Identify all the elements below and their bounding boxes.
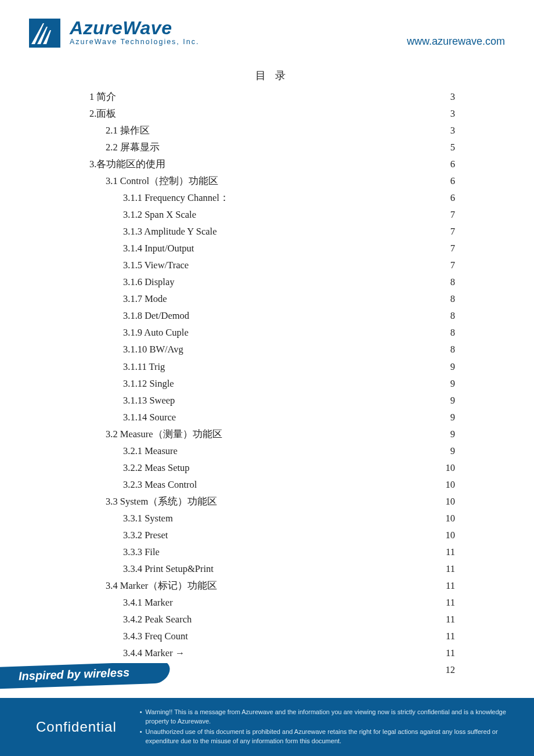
toc-entry-label: 3.1 Control（控制）功能区 [106,172,218,189]
toc-entry[interactable]: 3.3.3 File11 [89,543,455,560]
toc-entry[interactable]: 3.1.4 Input/Output7 [89,240,455,257]
toc-entry-page: 11 [443,628,455,645]
toc-entry[interactable]: 3.3 System（系统）功能区10 [89,493,455,510]
toc-entry[interactable]: 3.1.1 Frequency Channel：6 [89,189,455,206]
toc-entry-label: 3.1.4 Input/Output [123,240,194,257]
toc-entry[interactable]: 3.2 Measure（测量）功能区9 [89,426,455,442]
toc-entry[interactable]: 3.4.3 Freq Count11 [89,628,455,645]
toc-entry-page: 9 [443,392,455,409]
toc-entry-label: 3.3.2 Preset [123,527,168,543]
toc-entry[interactable]: 3.1.14 Source9 [89,409,455,426]
toc-entry-label: 3.3.1 System [123,510,173,527]
toc-entry[interactable]: 2.1 操作区3 [89,122,455,139]
toc-entry-page: 11 [443,611,455,628]
toc-entry-page: 3 [443,105,455,122]
bullet-icon: • [140,728,142,746]
toc-entry-label: 3.1.9 Auto Cuple [123,324,189,341]
toc-entry[interactable]: 3.1.11 Trig9 [89,358,455,375]
brand-logo: AzureWave AzureWave Technologies, Inc. [29,15,199,49]
toc-entry[interactable]: 3.1.13 Sweep9 [89,392,455,409]
toc-entry-label: 3.1.1 Frequency Channel： [123,189,229,206]
toc-entry-label: 3.1.2 Span X Scale [123,206,196,223]
toc-entry-page: 10 [443,476,455,493]
toc-entry[interactable]: 3.1.6 Display8 [89,273,455,290]
toc-entry-label: 3.4.2 Peak Search [123,611,192,628]
toc-entry-page: 8 [443,324,455,341]
toc-entry-label: 3.1.8 Det/Demod [123,307,189,324]
toc-entry-page: 8 [443,290,455,307]
toc-entry[interactable]: 3.2.2 Meas Setup10 [89,459,455,476]
page-header: AzureWave AzureWave Technologies, Inc. w… [29,15,505,49]
toc-entry[interactable]: 3.4 Marker（标记）功能区11 [89,577,455,594]
toc-entry-page: 9 [443,409,455,426]
toc-entry[interactable]: 3.2.1 Measure9 [89,442,455,459]
legal-line-2: • Unauthorized use of this document is p… [140,728,517,746]
toc-entry[interactable]: 3.1.10 BW/Avg8 [89,341,455,358]
footer-band: Confidential • Warning!! This is a messa… [0,698,534,756]
legal-line-1: • Warning!! This is a message from Azure… [140,708,517,726]
toc-entry[interactable]: 3.1.12 Single9 [89,375,455,392]
toc-entry[interactable]: 3.4.4 Marker →11 [89,645,455,661]
toc-entry-label: 3.1.10 BW/Avg [123,341,183,358]
toc-entry-label: 3.3 System（系统）功能区 [106,493,217,510]
toc-entry-page: 10 [443,459,455,476]
toc-entry-page: 6 [443,156,455,172]
toc-entry-label: 3.1.3 Amplitude Y Scale [123,223,217,240]
toc-entry[interactable]: 3.1.2 Span X Scale7 [89,206,455,223]
toc-entry-label: 2.2 屏幕显示 [106,139,160,156]
toc-entry-label: 3.4 Marker（标记）功能区 [106,577,217,594]
toc-entry[interactable]: 3.3.4 Print Setup&Print11 [89,560,455,577]
table-of-contents: 目 录 1 简介32.面板32.1 操作区32.2 屏幕显示53.各功能区的使用… [89,69,455,678]
toc-entry[interactable]: 3.3.2 Preset10 [89,527,455,543]
brand-main-text: AzureWave [70,19,199,37]
toc-entry[interactable]: 2.面板3 [89,105,455,122]
document-page: AzureWave AzureWave Technologies, Inc. w… [0,0,534,756]
toc-entry-page: 11 [443,645,455,661]
brand-text: AzureWave AzureWave Technologies, Inc. [70,19,199,46]
toc-entry-label: 3.各功能区的使用 [89,156,165,172]
toc-entry[interactable]: 3.4.2 Peak Search11 [89,611,455,628]
toc-entry-label: 3.4.3 Freq Count [123,628,188,645]
toc-entry[interactable]: 3.1 Control（控制）功能区6 [89,172,455,189]
toc-entry-label: 3.2.3 Meas Control [123,476,197,493]
toc-title: 目 录 [89,69,455,82]
toc-entry-page: 7 [443,257,455,273]
toc-entry-label: 3.3.4 Print Setup&Print [123,560,214,577]
toc-entry-page: 10 [443,527,455,543]
toc-entry-label: 3.2.2 Meas Setup [123,459,190,476]
toc-entry-page: 10 [443,510,455,527]
toc-entry-page: 9 [443,426,455,442]
legal-text: • Warning!! This is a message from Azure… [140,708,517,746]
toc-entry[interactable]: 3.2.3 Meas Control10 [89,476,455,493]
toc-entry[interactable]: 3.1.5 View/Trace7 [89,257,455,273]
toc-entry[interactable]: 1 简介3 [89,88,455,105]
toc-entry-page: 3 [443,88,455,105]
toc-entry-page: 11 [443,543,455,560]
bullet-icon: • [140,708,142,726]
toc-entry-label: 3.1.14 Source [123,409,176,426]
toc-entry-label: 2.1 操作区 [106,122,150,139]
toc-entry[interactable]: 3.1.7 Mode8 [89,290,455,307]
toc-entry-page: 7 [443,223,455,240]
toc-entry-page: 6 [443,172,455,189]
toc-entry-page: 11 [443,594,455,611]
toc-entry-page: 11 [443,577,455,594]
toc-entry-page: 9 [443,375,455,392]
toc-entry-label: 3.1.12 Single [123,375,174,392]
toc-entry[interactable]: 3.各功能区的使用6 [89,156,455,172]
toc-entry-label: 3.1.5 View/Trace [123,257,189,273]
toc-entry-label: 3.1.13 Sweep [123,392,175,409]
toc-entry-page: 8 [443,341,455,358]
toc-entry[interactable]: 3.1.8 Det/Demod8 [89,307,455,324]
toc-entry-page: 7 [443,240,455,257]
toc-entry-label: 3.4.1 Marker [123,594,173,611]
toc-entry-page: 3 [443,122,455,139]
toc-entry[interactable]: 3.4.1 Marker11 [89,594,455,611]
toc-entry[interactable]: 3.1.3 Amplitude Y Scale7 [89,223,455,240]
toc-entry-label: 1 简介 [89,88,116,105]
toc-entry-label: 3.4.4 Marker → [123,645,185,661]
toc-entry[interactable]: 3.3.1 System10 [89,510,455,527]
toc-entry[interactable]: 3.1.9 Auto Cuple8 [89,324,455,341]
toc-entry[interactable]: 2.2 屏幕显示5 [89,139,455,156]
toc-entry-page: 9 [443,442,455,459]
